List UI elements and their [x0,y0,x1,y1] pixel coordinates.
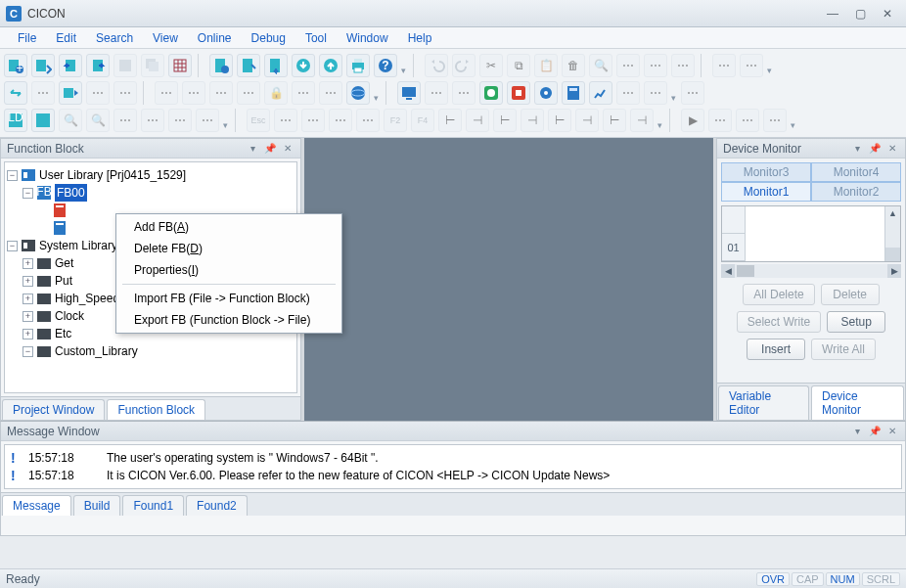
panel-menu-icon[interactable]: ▾ [246,142,259,156]
panel-close-icon[interactable]: ✕ [885,425,899,438]
tb-r2-13-icon[interactable]: ⋯ [644,81,667,105]
tb-zoom1-icon[interactable]: 🔍 [59,109,82,132]
tb-doc2-icon[interactable] [237,54,260,77]
tb-misc3-icon[interactable]: ⋯ [671,54,695,77]
toolbar-overflow-icon[interactable]: ▾ [671,93,677,103]
ctx-export-fb[interactable]: Export FB (Function Block -> File) [118,309,340,331]
tb-r2-7-icon[interactable]: ⋯ [237,81,260,105]
tb-doc1-icon[interactable] [209,54,233,77]
ctx-import-fb[interactable]: Import FB (File -> Function Block) [118,288,340,309]
tb-paste-icon[interactable]: 📋 [534,54,558,77]
tb-zoom2-icon[interactable]: 🔍 [86,109,110,132]
tb-play-icon[interactable] [59,81,82,105]
tb-r3-7-icon[interactable]: ⋯ [329,109,352,132]
tb-redbox-icon[interactable] [507,81,530,105]
tb-help-icon[interactable]: ? [374,54,397,77]
collapse-icon[interactable]: − [7,241,18,251]
tab-monitor1[interactable]: Monitor1 [721,182,811,202]
tb-r2-11-icon[interactable]: ⋯ [452,81,476,105]
menu-view[interactable]: View [143,29,188,47]
tb-playbtn-icon[interactable]: ▶ [681,109,704,132]
tb-r2-10-icon[interactable]: ⋯ [425,81,448,105]
toolbar-overflow-icon[interactable]: ▾ [657,120,663,130]
tb-esc-icon[interactable]: Esc [247,109,270,132]
scroll-thumb[interactable] [737,265,754,277]
toolbar-overflow-icon[interactable]: ▾ [767,66,773,75]
tb-r3-4-icon[interactable]: ⋯ [196,109,219,132]
tb-misc5-icon[interactable]: ⋯ [740,54,763,77]
maximize-button[interactable]: ▢ [847,5,873,23]
panel-menu-icon[interactable]: ▾ [850,425,864,438]
tb-r2-14-icon[interactable]: ⋯ [681,81,704,105]
tab-found2[interactable]: Found2 [186,495,248,516]
tb-r2-2-icon[interactable]: ⋯ [86,81,110,105]
tb-r2-5-icon[interactable]: ⋯ [182,81,205,105]
tb-greenbox-icon[interactable] [479,81,503,105]
tb-br4-icon[interactable]: ⊣ [521,109,544,132]
menu-window[interactable]: Window [337,29,398,47]
tb-globe-icon[interactable] [346,81,370,105]
tab-variable-editor[interactable]: Variable Editor [718,385,809,420]
tb-copy-icon[interactable]: ⧉ [507,54,530,77]
tb-r2-12-icon[interactable]: ⋯ [616,81,640,105]
tb-grid-icon[interactable] [168,54,192,77]
collapse-icon[interactable]: − [7,170,18,181]
tb-screen-icon[interactable] [397,81,421,105]
expand-icon[interactable]: + [23,276,33,287]
tb-r3-5-icon[interactable]: ⋯ [274,109,297,132]
tb-misc1-icon[interactable]: ⋯ [616,54,640,77]
panel-close-icon[interactable]: ✕ [281,142,294,156]
menu-search[interactable]: Search [86,29,143,47]
setup-button[interactable]: Setup [827,311,885,333]
toolbar-overflow-icon[interactable]: ▾ [374,93,380,103]
tb-r2-3-icon[interactable]: ⋯ [113,81,137,105]
toolbar-overflow-icon[interactable]: ▾ [223,120,229,130]
tb-print-icon[interactable] [346,54,370,77]
monitor-table[interactable]: 01 ▲ [721,205,901,262]
close-button[interactable]: ✕ [875,5,900,23]
tb-br1-icon[interactable]: ⊢ [438,109,462,132]
tb-r2-1-icon[interactable]: ⋯ [31,81,55,105]
ctx-delete-fb[interactable]: Delete FB(D) [118,238,340,259]
minimize-button[interactable]: — [820,5,845,23]
tab-build[interactable]: Build [73,495,121,516]
tb-del-icon[interactable]: 🗑 [562,54,585,77]
tb-misc2-icon[interactable]: ⋯ [644,54,667,77]
tb-r3-10-icon[interactable]: ⋯ [736,109,759,132]
tb-r2-6-icon[interactable]: ⋯ [209,81,233,105]
message-row[interactable]: ! 15:57:18 It is CICON Ver.6.00. Please … [11,467,895,484]
tb-save-icon[interactable] [113,54,137,77]
menu-debug[interactable]: Debug [242,29,295,47]
tb-redo-icon[interactable] [452,54,476,77]
collapse-icon[interactable]: − [23,346,33,357]
tb-br6-icon[interactable]: ⊣ [575,109,599,132]
scroll-left-icon[interactable]: ◀ [721,264,735,278]
tb-br5-icon[interactable]: ⊢ [548,109,571,132]
tree-item-custom[interactable]: −Custom_Library [7,342,294,360]
tb-r3-9-icon[interactable]: ⋯ [708,109,732,132]
tb-misc4-icon[interactable]: ⋯ [712,54,736,77]
tab-monitor2[interactable]: Monitor2 [811,182,901,202]
tb-undo-icon[interactable] [425,54,448,77]
write-all-button[interactable]: Write All [811,339,876,360]
tb-r3-11-icon[interactable]: ⋯ [763,109,787,132]
expand-icon[interactable]: + [23,294,33,304]
tab-monitor3[interactable]: Monitor3 [721,162,811,182]
tb-download-icon[interactable] [292,54,315,77]
tb-find-icon[interactable]: 🔍 [589,54,612,77]
tb-cut-icon[interactable]: ✂ [479,54,503,77]
panel-menu-icon[interactable]: ▾ [850,142,864,156]
expand-icon[interactable]: + [23,329,33,339]
tb-f2-icon[interactable]: F2 [384,109,407,132]
tb-gear-icon[interactable] [534,81,558,105]
menu-tool[interactable]: Tool [295,29,337,47]
tab-device-monitor[interactable]: Device Monitor [811,385,904,420]
monitor-hscroll[interactable]: ◀ ▶ [721,264,901,278]
ctx-add-fb[interactable]: Add FB(A) [118,216,340,238]
tb-r3-3-icon[interactable]: ⋯ [168,109,192,132]
tab-found1[interactable]: Found1 [122,495,184,516]
tb-ldgear-icon[interactable] [31,109,55,132]
message-row[interactable]: ! 15:57:18 The user's operating system i… [11,449,895,467]
tb-lock-icon[interactable]: 🔒 [264,81,288,105]
tb-saveall-icon[interactable] [141,54,164,77]
